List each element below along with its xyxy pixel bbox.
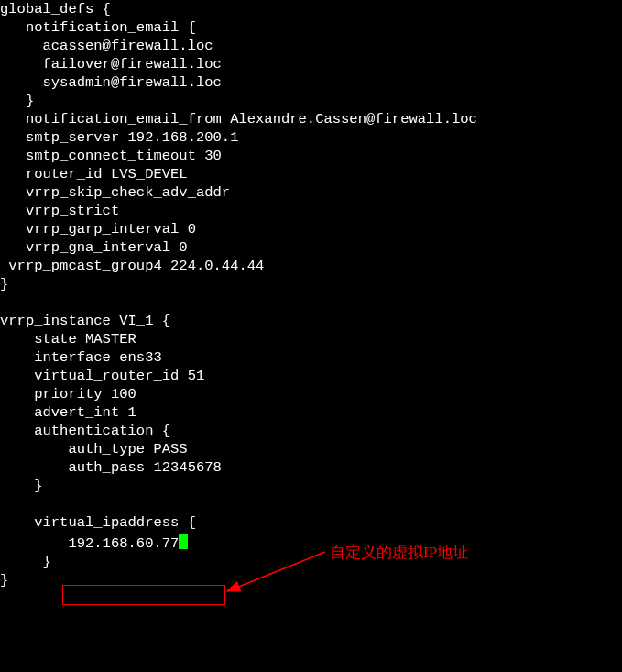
config-line: vrrp_instance VI_1 {	[0, 313, 170, 329]
terminal-output[interactable]: global_defs { notification_email { acass…	[0, 0, 477, 589]
config-line: 192.168.60.77	[0, 535, 179, 552]
config-line: notification_email {	[0, 19, 196, 36]
config-line: vrrp_pmcast_group4 224.0.44.44	[0, 258, 264, 274]
config-line: auth_type PASS	[0, 441, 188, 457]
config-line: }	[0, 478, 43, 494]
config-line: }	[0, 554, 51, 570]
config-line: advert_int 1	[0, 404, 136, 421]
config-line: notification_email_from Alexandre.Cassen…	[0, 111, 477, 127]
config-line: state MASTER	[0, 331, 136, 347]
config-line: priority 100	[0, 386, 136, 402]
config-line: authentication {	[0, 423, 170, 439]
config-line: }	[0, 93, 34, 109]
config-line: vrrp_skip_check_adv_addr	[0, 184, 230, 201]
config-line: smtp_connect_timeout 30	[0, 148, 222, 164]
config-line: virtual_router_id 51	[0, 368, 204, 384]
config-line: failover@firewall.loc	[0, 56, 222, 72]
cursor	[179, 534, 188, 549]
config-line: }	[0, 572, 8, 589]
config-line: smtp_server 192.168.200.1	[0, 129, 238, 146]
config-line: vrrp_gna_interval 0	[0, 239, 188, 256]
config-line: virtual_ipaddress {	[0, 514, 196, 531]
config-line: sysadmin@firewall.loc	[0, 74, 222, 91]
config-line: interface ens33	[0, 349, 162, 366]
config-line: router_id LVS_DEVEL	[0, 166, 188, 182]
config-line: auth_pass 12345678	[0, 459, 222, 476]
config-line: vrrp_strict	[0, 203, 119, 219]
config-line: }	[0, 276, 8, 292]
config-line: global_defs {	[0, 1, 111, 17]
config-line: acassen@firewall.loc	[0, 38, 213, 54]
config-line: vrrp_garp_interval 0	[0, 221, 196, 237]
